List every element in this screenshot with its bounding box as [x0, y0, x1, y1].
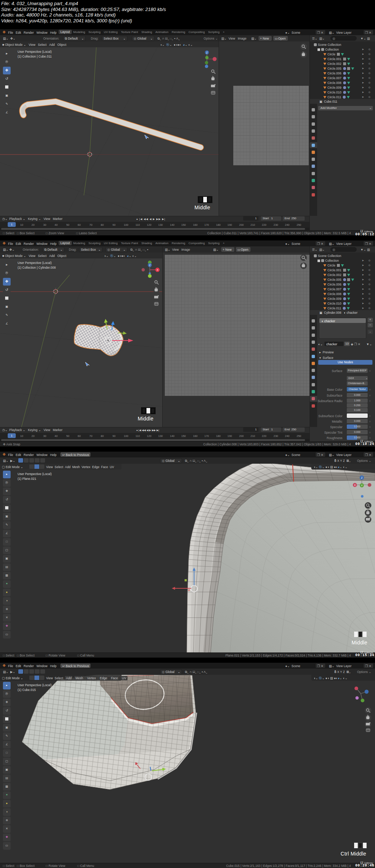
svg-text:Z: Z [149, 264, 151, 266]
svg-text:X: X [157, 269, 159, 271]
svg-text:Z: Z [361, 477, 363, 479]
svg-text:Z: Z [206, 51, 208, 54]
svg-text:X: X [354, 484, 356, 486]
svg-text:Y: Y [361, 484, 363, 487]
